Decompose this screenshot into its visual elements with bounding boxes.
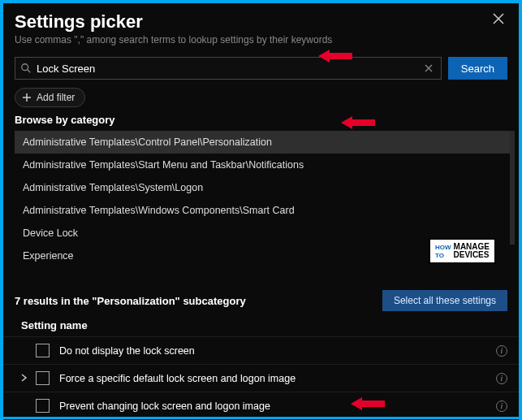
search-button[interactable]: Search (448, 57, 507, 80)
category-item[interactable]: Administrative Templates\Control Panel\P… (15, 131, 512, 154)
clear-icon (425, 64, 433, 72)
svg-point-0 (22, 64, 28, 71)
info-icon[interactable]: i (496, 401, 507, 412)
add-filter-button[interactable]: Add filter (15, 88, 85, 107)
search-box[interactable] (15, 57, 442, 80)
category-list: Administrative Templates\Control Panel\P… (15, 131, 512, 267)
close-button[interactable] (490, 11, 507, 29)
watermark-logo: HOW TO MANAGE DEVICES (429, 238, 496, 264)
browse-label: Browse by category (3, 114, 519, 131)
page-title: Settings picker (15, 11, 143, 32)
checkbox[interactable] (36, 399, 50, 413)
setting-label: Do not display the lock screen (59, 345, 496, 357)
checkbox[interactable] (36, 344, 50, 357)
search-icon (20, 63, 32, 74)
svg-line-1 (28, 70, 31, 73)
plus-icon (22, 93, 32, 102)
select-all-button[interactable]: Select all these settings (382, 290, 507, 311)
setting-label: Prevent changing lock screen and logon i… (59, 401, 496, 412)
settings-list: Do not display the lock screen i Force a… (3, 336, 519, 420)
add-filter-label: Add filter (37, 92, 75, 103)
setting-row[interactable]: Do not display the lock screen i (3, 336, 519, 364)
close-icon (493, 13, 504, 24)
column-header: Setting name (3, 316, 519, 336)
clear-search-button[interactable] (421, 63, 436, 75)
setting-row[interactable]: Force a specific default lock screen and… (3, 364, 519, 392)
page-subtitle: Use commas "," among search terms to loo… (15, 34, 507, 45)
expander-button[interactable] (18, 373, 31, 384)
chevron-right-icon (21, 374, 28, 382)
category-item[interactable]: Administrative Templates\Windows Compone… (15, 199, 512, 222)
search-input[interactable] (37, 63, 421, 75)
category-item[interactable]: Administrative Templates\Start Menu and … (15, 154, 512, 176)
checkbox[interactable] (36, 371, 50, 385)
results-summary: 7 results in the "Personalization" subca… (15, 295, 246, 307)
category-item[interactable]: Administrative Templates\System\Logon (15, 176, 512, 199)
setting-row[interactable]: Prevent changing lock screen and logon i… (3, 392, 519, 419)
info-icon[interactable]: i (496, 345, 507, 357)
setting-label: Force a specific default lock screen and… (59, 373, 496, 384)
scrollbar[interactable] (510, 131, 515, 245)
info-icon[interactable]: i (496, 373, 507, 384)
